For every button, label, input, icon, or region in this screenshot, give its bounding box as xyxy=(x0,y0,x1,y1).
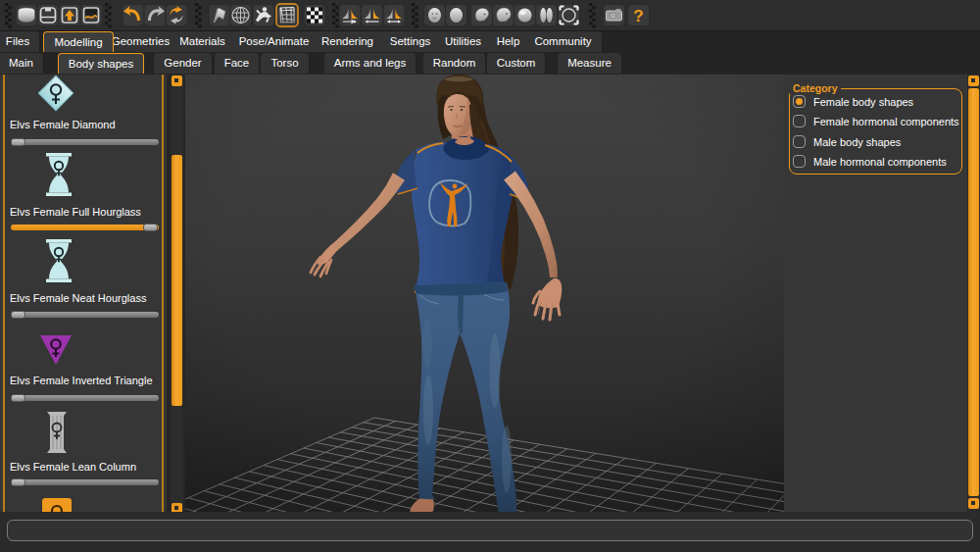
svg-text:?: ? xyxy=(633,7,643,25)
